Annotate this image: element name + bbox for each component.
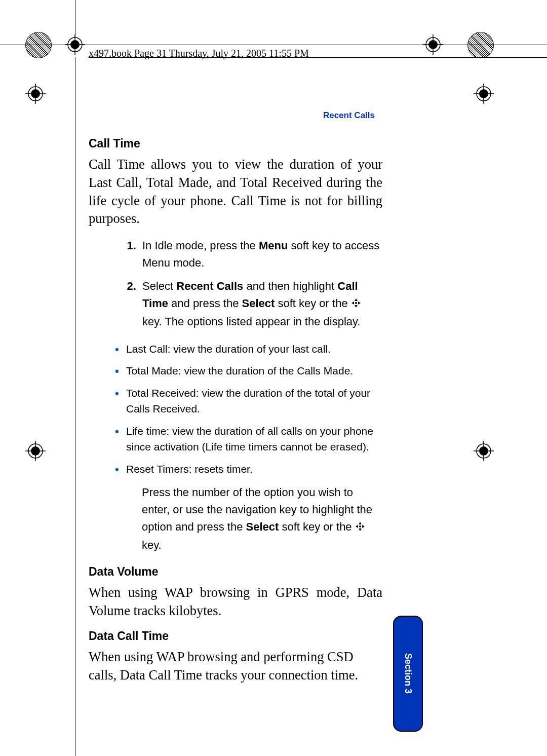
text: and press the (168, 297, 242, 310)
printer-mark-icon (25, 32, 52, 58)
text: key. The options listed appear in the di… (142, 315, 360, 328)
step-followup: Press the number of the option you wish … (142, 484, 382, 554)
text: Select (142, 280, 176, 292)
registration-mark-icon (65, 34, 85, 55)
crop-line (75, 57, 75, 756)
registration-mark-icon (474, 441, 494, 461)
bullet-item: Reset Timers: resets timer. (115, 461, 382, 477)
printer-mark-icon (467, 32, 494, 58)
bullet-item: Life time: view the duration of all call… (115, 423, 382, 455)
bullet-list: Last Call: view the duration of your las… (89, 341, 382, 477)
text: soft key or the (279, 520, 355, 533)
registration-mark-icon (25, 84, 46, 104)
heading-data-call-time: Data Call Time (89, 629, 382, 643)
text-bold: Select (246, 520, 279, 533)
bullet-item: Last Call: view the duration of your las… (115, 341, 382, 357)
text: In Idle mode, press the (142, 239, 259, 252)
running-head: Recent Calls (323, 110, 375, 121)
svg-marker-12 (362, 525, 365, 528)
step-2: Select Recent Calls and then highlight C… (139, 278, 382, 330)
svg-point-13 (359, 525, 361, 527)
bullet-item: Total Received: view the duration of the… (115, 385, 382, 417)
svg-marker-6 (351, 301, 354, 305)
body-data-volume: When using WAP browsing in GPRS mode, Da… (89, 584, 382, 620)
bullet-item: Total Made: view the duration of the Cal… (115, 363, 382, 379)
body-data-call-time: When using WAP browsing and performing C… (89, 648, 382, 685)
text: soft key or the (275, 297, 350, 310)
text-bold: Select (242, 297, 275, 310)
svg-marker-7 (358, 301, 361, 305)
svg-marker-4 (355, 298, 358, 301)
svg-point-8 (355, 302, 357, 304)
text: and then highlight (243, 280, 337, 292)
nav-key-icon (355, 519, 365, 537)
heading-data-volume: Data Volume (89, 565, 382, 579)
svg-marker-9 (359, 522, 362, 524)
step-list: In Idle mode, press the Menu soft key to… (89, 237, 382, 330)
svg-marker-5 (355, 305, 358, 308)
page-header-text: x497.book Page 31 Thursday, July 21, 200… (89, 48, 309, 59)
section-tab: Section 3 (393, 616, 423, 732)
registration-mark-icon (25, 441, 46, 461)
text: key. (142, 539, 162, 551)
svg-marker-11 (356, 525, 358, 528)
registration-mark-icon (423, 34, 443, 55)
nav-key-icon (351, 296, 361, 313)
heading-call-time: Call Time (89, 137, 382, 150)
text-bold: Recent Calls (176, 280, 243, 292)
registration-mark-icon (474, 84, 494, 104)
body-call-time: Call Time allows you to view the duratio… (89, 156, 382, 228)
step-1: In Idle mode, press the Menu soft key to… (139, 237, 382, 272)
section-tab-label: Section 3 (403, 653, 413, 694)
page-content: Call Time Call Time allows you to view t… (89, 137, 382, 693)
text-bold: Menu (259, 239, 288, 252)
svg-marker-10 (359, 528, 362, 531)
